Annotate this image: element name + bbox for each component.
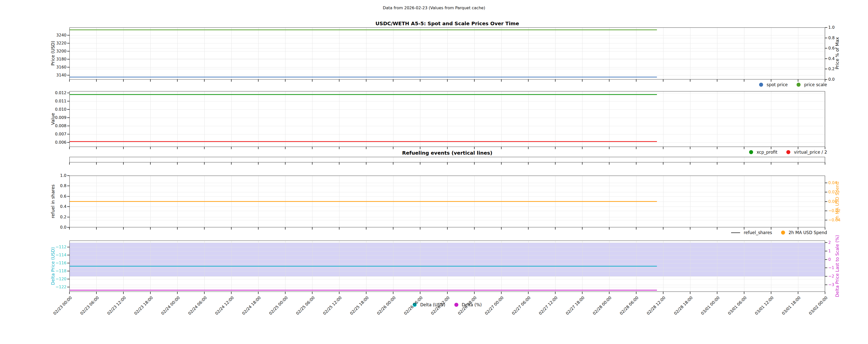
x-tick-mark (744, 80, 744, 82)
legend-dot-swatch (759, 83, 763, 87)
y-tick-label: 0.006 (14, 140, 66, 145)
legend-dot-swatch (781, 230, 785, 234)
x-tick-mark (474, 162, 474, 165)
gridline (825, 241, 825, 292)
x-tick-mark (528, 227, 529, 229)
x-tick-mark (474, 227, 474, 229)
x-tick-mark (555, 162, 556, 165)
y-tick-label: 1.0 (14, 173, 66, 178)
y-tick-label: 0.0 (14, 225, 66, 230)
x-tick-mark (204, 292, 205, 294)
y-tick-label: 1 (828, 249, 868, 254)
x-tick-mark (825, 162, 825, 165)
x-tick-mark (798, 162, 798, 165)
x-tick-mark (285, 162, 285, 165)
x-tick-mark (447, 292, 447, 294)
y-tick-mark (67, 271, 69, 271)
legend-item: price scale (797, 82, 827, 87)
y-axis-label-left: refuel in shares (51, 164, 56, 239)
x-tick-mark (690, 227, 690, 229)
y-tick-mark (67, 93, 69, 93)
x-tick-mark (312, 80, 312, 82)
figure-suptitle: Data from 2026-02-23 (Values from Parque… (0, 5, 868, 10)
y-tick-label: 0.012 (14, 90, 66, 95)
y-tick-label: 3220 (14, 41, 66, 46)
plot-frame (69, 157, 825, 162)
x-tick-mark (771, 227, 771, 229)
x-tick-mark (420, 80, 421, 82)
y-tick-label: 3200 (14, 49, 66, 54)
y-tick-mark (67, 255, 69, 255)
x-tick-mark (96, 292, 97, 294)
legend-item: refuel_shares (731, 230, 772, 235)
y-tick-label: 0.007 (14, 132, 66, 137)
y-tick-label: −118 (14, 269, 66, 274)
x-tick-mark (258, 80, 258, 82)
x-tick-mark (474, 80, 474, 82)
y-tick-mark (67, 196, 69, 197)
legend-line-swatch (731, 232, 740, 233)
x-tick-mark (339, 162, 339, 165)
x-tick-mark (123, 227, 124, 229)
y-tick-label: 0.2 (14, 215, 66, 220)
legend-label: 2h MA USD Spend (788, 230, 827, 235)
y-tick-label: 0.009 (14, 115, 66, 120)
y-tick-label: 0.00 (828, 199, 868, 204)
x-tick-mark (528, 292, 529, 294)
x-tick-mark (501, 292, 502, 294)
x-tick-mark (177, 227, 178, 229)
x-tick-mark (744, 147, 744, 149)
x-tick-mark (123, 162, 124, 165)
y-axis-label-left: Value (51, 82, 56, 156)
y-tick-label: −116 (14, 260, 66, 265)
y-tick-mark (67, 142, 69, 143)
y-tick-label: 0.04 (828, 180, 868, 185)
x-tick-mark (798, 147, 798, 149)
y-tick-mark (67, 134, 69, 134)
y-tick-mark (67, 247, 69, 247)
x-tick-mark (312, 147, 312, 149)
y-tick-mark (67, 126, 69, 126)
y-tick-mark (67, 51, 69, 52)
legend: refuel_shares2h MA USD Spend (731, 230, 827, 235)
x-tick-mark (231, 227, 231, 229)
x-tick-mark (825, 292, 825, 294)
plot-frame (69, 241, 825, 292)
y-axis-label-left: Price (USD) (51, 16, 56, 91)
y-tick-mark (825, 268, 827, 268)
figure-canvas: Data from 2026-02-23 (Values from Parque… (0, 0, 868, 344)
y-tick-mark (825, 183, 827, 183)
x-tick-mark (582, 80, 583, 82)
x-tick-mark (717, 162, 717, 165)
x-tick-mark (393, 80, 394, 82)
x-tick-mark (96, 80, 97, 82)
x-tick-mark (150, 80, 151, 82)
x-tick-mark (501, 80, 502, 82)
gridline (825, 157, 825, 162)
x-tick-mark (150, 227, 151, 229)
x-tick-mark (204, 147, 205, 149)
x-tick-mark (825, 227, 825, 229)
x-tick-mark (312, 227, 312, 229)
y-tick-mark (825, 38, 827, 38)
y-tick-mark (825, 59, 827, 59)
y-tick-label: 0.8 (828, 35, 868, 40)
x-tick-mark (717, 80, 717, 82)
y-axis-label-left: Delta Price (USD) (51, 228, 56, 304)
gridline (825, 91, 825, 147)
x-tick-mark (393, 147, 394, 149)
x-tick-mark (69, 162, 70, 165)
legend-label: refuel_shares (744, 230, 772, 235)
x-tick-mark (420, 292, 421, 294)
x-tick-mark (312, 162, 312, 165)
x-tick-mark (798, 227, 798, 229)
x-tick-mark (447, 162, 447, 165)
x-tick-mark (636, 227, 637, 229)
x-tick-mark (204, 80, 205, 82)
x-tick-mark (825, 80, 825, 82)
subplot-title: USDC/WETH A5-5: Spot and Scale Prices Ov… (69, 21, 825, 27)
x-tick-mark (609, 80, 610, 82)
x-tick-mark (285, 292, 285, 294)
x-tick-mark (447, 227, 447, 229)
y-tick-mark (67, 117, 69, 118)
